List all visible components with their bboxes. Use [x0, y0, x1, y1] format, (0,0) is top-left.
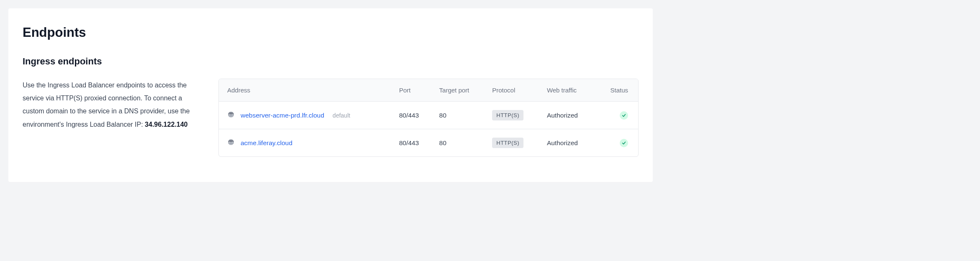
- endpoints-table: Address Port Target port Protocol Web tr…: [219, 79, 638, 156]
- check-icon: [622, 113, 626, 118]
- web-traffic-cell: Authorized: [541, 102, 595, 129]
- protocol-badge: HTTP(S): [492, 138, 523, 148]
- address-cell: acme.liferay.cloud: [227, 138, 387, 148]
- col-web-traffic: Web traffic: [541, 79, 595, 102]
- section-description: Use the Ingress Load Balancer endpoints …: [23, 79, 198, 131]
- target-port-cell: 80: [434, 102, 487, 129]
- col-target-port: Target port: [434, 79, 487, 102]
- globe-icon: [227, 111, 235, 120]
- address-cell: webserver-acme-prd.lfr.cloud default: [227, 111, 387, 120]
- table-header-row: Address Port Target port Protocol Web tr…: [219, 79, 638, 102]
- table-row: acme.liferay.cloud 80/443 80 HTTP(S) Aut…: [219, 129, 638, 157]
- endpoints-card: Endpoints Ingress endpoints Use the Ingr…: [8, 8, 653, 182]
- target-port-cell: 80: [434, 129, 487, 157]
- protocol-badge: HTTP(S): [492, 110, 523, 120]
- address-link[interactable]: acme.liferay.cloud: [241, 139, 292, 147]
- default-tag: default: [333, 112, 350, 119]
- section-title: Ingress endpoints: [23, 56, 639, 67]
- status-badge: [620, 139, 628, 147]
- page-title: Endpoints: [23, 25, 639, 40]
- col-address: Address: [219, 79, 393, 102]
- address-link[interactable]: webserver-acme-prd.lfr.cloud: [241, 112, 324, 119]
- web-traffic-cell: Authorized: [541, 129, 595, 157]
- ingress-ip: 34.96.122.140: [145, 121, 187, 128]
- port-cell: 80/443: [393, 102, 434, 129]
- col-protocol: Protocol: [486, 79, 541, 102]
- status-badge: [620, 111, 628, 120]
- table-row: webserver-acme-prd.lfr.cloud default 80/…: [219, 102, 638, 129]
- check-icon: [622, 141, 626, 145]
- col-port: Port: [393, 79, 434, 102]
- port-cell: 80/443: [393, 129, 434, 157]
- col-status: Status: [595, 79, 638, 102]
- content-row: Use the Ingress Load Balancer endpoints …: [23, 79, 639, 157]
- endpoints-table-wrap: Address Port Target port Protocol Web tr…: [218, 79, 639, 157]
- globe-icon: [227, 138, 235, 148]
